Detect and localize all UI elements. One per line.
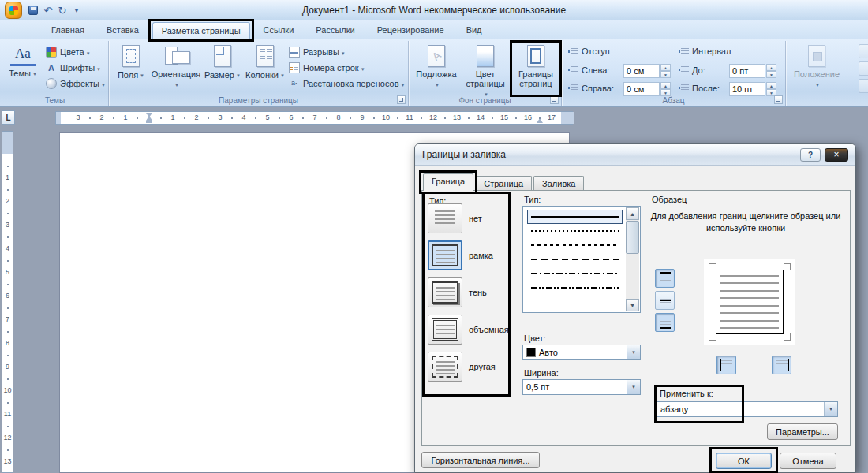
spacing-after-value[interactable]: 10 пт — [729, 82, 765, 96]
tab-review[interactable]: Рецензирование — [369, 22, 453, 39]
line-style-option-dash-dot-dot[interactable] — [527, 281, 623, 295]
indent-right-icon — [568, 83, 578, 93]
spacing-before-spinner[interactable]: 0 пт — [729, 64, 776, 78]
border-setting-box[interactable]: рамка — [428, 240, 514, 271]
line-style-option-dash-small[interactable] — [527, 238, 623, 252]
line-numbers-button[interactable]: Номера строк — [289, 60, 365, 75]
line-style-option-dotted[interactable] — [527, 224, 623, 238]
scroll-up-icon[interactable] — [626, 207, 639, 220]
theme-colors-button[interactable]: Цвета — [46, 44, 91, 59]
spin-down-button[interactable] — [660, 89, 671, 96]
spin-down-button[interactable] — [660, 71, 671, 78]
ok-button[interactable]: ОК — [716, 453, 772, 469]
text-wrap-button[interactable] — [859, 79, 868, 93]
line-style-list[interactable] — [522, 206, 641, 313]
horizontal-line-button[interactable]: Горизонтальная линия... — [421, 452, 540, 468]
spin-up-button[interactable] — [660, 82, 671, 89]
theme-fonts-button[interactable]: Шрифты — [46, 60, 101, 75]
width-combobox[interactable]: 0,5 пт — [522, 379, 641, 395]
border-setting-threed-icon[interactable] — [428, 315, 462, 345]
spacing-before-value[interactable]: 0 пт — [729, 64, 765, 78]
scroll-down-icon[interactable] — [626, 299, 639, 311]
preview-right-border-button[interactable] — [772, 356, 791, 374]
border-setting-threed[interactable]: объемная — [428, 314, 514, 345]
tab-page-layout[interactable]: Разметка страницы — [152, 22, 250, 39]
border-setting-shadow-icon[interactable] — [428, 277, 462, 307]
spacing-after-spinner[interactable]: 10 пт — [729, 82, 776, 96]
line-style-option-dash-dot[interactable] — [527, 266, 623, 281]
columns-button[interactable]: Колонки — [245, 43, 286, 95]
indent-left-spinner[interactable]: 0 см — [623, 64, 671, 78]
breaks-button[interactable]: Разрывы — [289, 44, 346, 59]
apply-to-combobox[interactable]: абзацу — [657, 401, 838, 417]
spin-up-button[interactable] — [766, 64, 776, 71]
indent-right-value[interactable]: 0 см — [623, 82, 660, 96]
page-color-button[interactable]: Цвет страницы — [461, 43, 510, 95]
border-setting-custom[interactable]: другая — [428, 351, 514, 382]
dialog-tab-shading[interactable]: Заливка — [533, 176, 584, 191]
ruler-number: 11 — [406, 114, 413, 121]
indent-icon — [568, 47, 578, 57]
width-value: 0,5 пт — [523, 382, 627, 392]
indent-left-value[interactable]: 0 см — [623, 64, 660, 78]
watermark-button[interactable]: Подложка — [413, 43, 459, 95]
border-setting-shadow[interactable]: тень — [428, 277, 514, 308]
hyphenation-button[interactable]: Расстановка переносов — [289, 76, 405, 91]
options-button[interactable]: Параметры... — [767, 423, 838, 440]
ruler-margin-area — [56, 112, 61, 124]
tab-mailings[interactable]: Рассылки — [307, 22, 363, 39]
ruler-tick — [444, 117, 446, 119]
ruler-tick — [160, 117, 162, 119]
page-background-dialog-launcher[interactable] — [550, 95, 559, 104]
preview-bottom-border-button[interactable] — [655, 313, 675, 332]
spin-down-button[interactable] — [766, 71, 776, 78]
bring-forward-button[interactable] — [859, 44, 868, 58]
color-combobox[interactable]: Авто — [522, 345, 641, 360]
dialog-tab-border[interactable]: Граница — [423, 173, 473, 191]
tab-view[interactable]: Вид — [458, 22, 491, 39]
dialog-help-button[interactable]: ? — [800, 148, 821, 162]
border-setting-none-icon[interactable] — [428, 203, 462, 233]
dropdown-arrow-icon — [339, 47, 346, 57]
page-setup-dialog-launcher[interactable] — [397, 95, 406, 104]
tab-insert[interactable]: Вставка — [98, 22, 148, 39]
line-style-option-solid[interactable] — [527, 210, 623, 224]
chevron-down-icon[interactable] — [627, 345, 640, 359]
ruler-number: 1 — [170, 114, 174, 121]
close-icon[interactable] — [825, 148, 848, 162]
scrollbar[interactable] — [626, 207, 639, 311]
left-indent-marker[interactable] — [146, 121, 152, 123]
themes-group-label: Темы — [2, 96, 108, 105]
border-preview[interactable] — [704, 259, 795, 345]
line-style-option-dashed[interactable] — [527, 252, 623, 266]
size-button[interactable]: Размер — [204, 43, 241, 95]
preview-inside-horizontal-border-button[interactable] — [655, 291, 675, 310]
position-button[interactable]: Положение — [792, 43, 841, 95]
chevron-down-icon[interactable] — [824, 402, 837, 416]
tab-home[interactable]: Главная — [43, 22, 93, 39]
send-backward-button[interactable] — [859, 61, 868, 76]
border-setting-box-icon[interactable] — [428, 240, 462, 270]
scroll-thumb[interactable] — [626, 221, 639, 254]
page-background-group: Подложка Цвет страницы Границы страниц Ф… — [409, 41, 562, 106]
preview-left-border-button[interactable] — [716, 356, 736, 374]
border-setting-custom-icon[interactable] — [428, 352, 462, 382]
ruler-tick — [7, 449, 9, 451]
indent-right-spinner[interactable]: 0 см — [623, 82, 671, 96]
theme-effects-button[interactable]: Эффекты — [46, 76, 106, 91]
preview-top-border-button[interactable] — [655, 269, 675, 288]
margins-button[interactable]: Поля — [114, 43, 148, 95]
tab-stop-selector[interactable] — [2, 110, 15, 125]
cancel-button[interactable]: Отмена — [780, 453, 836, 469]
border-setting-none[interactable]: нет — [428, 203, 514, 234]
orientation-button[interactable]: Ориентация — [152, 43, 200, 95]
themes-button[interactable]: Aa Темы — [5, 43, 41, 95]
spin-up-button[interactable] — [766, 82, 776, 89]
chevron-down-icon[interactable] — [627, 380, 640, 394]
tab-references[interactable]: Ссылки — [255, 22, 303, 39]
ruler-tick — [7, 166, 9, 167]
paragraph-dialog-launcher[interactable] — [774, 95, 783, 104]
page-borders-button[interactable]: Границы страниц — [513, 43, 559, 95]
ruler-number: 17 — [548, 114, 556, 121]
spin-up-button[interactable] — [660, 64, 671, 71]
